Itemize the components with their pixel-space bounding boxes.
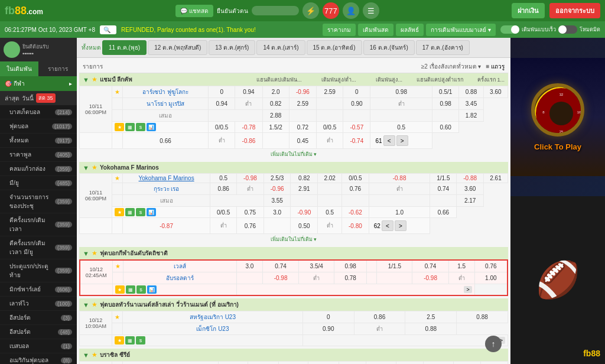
team1-name-1[interactable]: อาร์เซป่า ฟูฆูโลกะ [123, 86, 209, 98]
ou-val-3[interactable]: 0.98 [370, 86, 432, 98]
y2-ou[interactable]: 2.91 [291, 183, 318, 195]
ou-g2[interactable]: 0.72 [289, 122, 316, 133]
y-ou-g2[interactable]: -0.90 [291, 207, 318, 218]
action-screen[interactable]: ▦ [125, 123, 135, 131]
w2-ou3[interactable]: 1.00 [474, 272, 508, 284]
page-next-1[interactable]: > [396, 135, 408, 146]
expand-icon-3[interactable]: ▼ [83, 250, 89, 257]
row2-val[interactable]: 0.82 [262, 98, 289, 110]
chat-icon[interactable]: 💬 แชทสด [175, 5, 213, 17]
header-icon-4[interactable]: ☰ [363, 2, 379, 19]
league-header-2[interactable]: ▼ ★ Yokohama F Marinos [79, 162, 508, 173]
w-hdp4[interactable]: 0.98 [334, 260, 367, 272]
y-ou4[interactable]: 1/1.5 [430, 174, 457, 183]
league-header-4[interactable]: ▼ ★ ฟุตบอลทัวร์นาเมนต์สล้าสเล่า วี่วร้าน… [79, 298, 508, 311]
tab-history[interactable]: รายการ [38, 61, 77, 76]
sidebar-item-baseball[interactable]: เบสบอล(1) [0, 339, 77, 353]
hdp-g6[interactable]: 0.60 [432, 122, 459, 133]
us-hdp4[interactable]: 0.88 [457, 311, 508, 323]
sidebar-item-first-time-2[interactable]: ตีครั้งแรก/เดิมเวลา มี/ยู(359) [0, 236, 77, 259]
row2-ou[interactable]: 2.59 [289, 98, 316, 110]
sidebar-item-mix[interactable]: มิกซ์พาร์เลย์(606) [0, 282, 77, 297]
action-chart-2[interactable]: 📊 [147, 208, 156, 216]
action-star-2[interactable]: ★ [115, 208, 124, 216]
b-ou4[interactable]: 0.5/1 [424, 362, 454, 365]
y-hdp-g4[interactable]: -0.62 [342, 207, 369, 218]
sidebar-item-pool[interactable]: ราคาพูล(405) [0, 148, 77, 162]
y-hdp-g[interactable]: 0/0.5 [210, 207, 237, 218]
star-icon-2[interactable]: ★ [92, 164, 97, 171]
us-hdp3[interactable]: 2.5 [405, 311, 457, 323]
tab-live[interactable]: เดิมพันสด [358, 24, 393, 36]
b-hdp4[interactable]: 0.84 [308, 362, 339, 365]
sidebar-item-me-u[interactable]: มี/ยู(485) [0, 176, 77, 190]
date-tab-13[interactable]: 13 ต.ค.(ศุกร์) [209, 40, 255, 55]
star-cell-5[interactable]: ★ [112, 260, 123, 272]
see-more-2[interactable]: เพิ่มเติมในไม่กี่เดิม ▾ [79, 234, 508, 245]
action-screen-4[interactable]: ▦ [125, 336, 135, 344]
team1-name-4[interactable]: สหรัฐอเมริกา U23 [123, 311, 303, 323]
y-ou1[interactable]: 2.02 [318, 174, 342, 183]
hdp-g5[interactable]: 0.5 [370, 122, 432, 133]
action-chart[interactable]: 📊 [147, 123, 156, 131]
y-hdp2[interactable]: -0.98 [237, 174, 264, 183]
y-hdp1[interactable]: 0.5 [210, 174, 237, 183]
team1-name-5[interactable]: วิล่า โนว่า GO [123, 362, 219, 365]
y-last-ou[interactable]: 0.50 [291, 218, 318, 234]
sidebar-item-goal[interactable]: ประตูแรก/ประตูท้าย(359) [0, 259, 77, 282]
header-icon-3[interactable]: 👤 [343, 2, 359, 19]
verify-icon[interactable]: ยืนยันตัวตน [217, 6, 248, 15]
y-hdp-g3[interactable]: 0.5 [318, 207, 342, 218]
y-hdp3[interactable]: 2.5/3 [264, 174, 291, 183]
date-tab-16[interactable]: 16 ต.ค.(จันทร์) [363, 40, 415, 55]
star-cell-2[interactable] [112, 98, 123, 110]
y2-val[interactable]: -0.96 [264, 183, 291, 195]
b-ou3[interactable]: 0.86 [396, 362, 424, 365]
star-cell-8[interactable] [112, 323, 123, 335]
action-dollar-2[interactable]: $ [136, 208, 145, 216]
ou-val-2[interactable]: 0 [343, 86, 370, 98]
hdp-group[interactable]: 0/0.5 [209, 122, 235, 133]
y-hdp-g2[interactable]: 0.75 [237, 207, 264, 218]
sidebar-item-esport[interactable]: เลาท์ไว(100) [0, 297, 77, 311]
y-last-ou2[interactable]: -0.80 [342, 218, 369, 234]
team2-name-4[interactable]: เม็กซิโก U23 [123, 323, 303, 335]
league-header-1[interactable]: ▼ ★ แชมป์ ลีกคัพ แฮนดิแคปเดิมพัน... เดิม… [79, 73, 508, 86]
w-ou5[interactable]: 0.76 [474, 260, 508, 272]
y-last-val[interactable]: 0.76 [237, 218, 264, 234]
date-tab-17[interactable]: 17 ต.ค.(อังคาร) [416, 40, 470, 55]
ou-g1[interactable]: 1.5/2 [262, 122, 289, 133]
y-ou-g1[interactable]: 3.0 [264, 207, 291, 218]
w2-ou2[interactable]: -0.98 [412, 272, 448, 284]
team2-name-3[interactable]: อับรอลดาร์ [123, 272, 236, 284]
action-dollar-4[interactable]: $ [136, 336, 145, 344]
b-hdp3[interactable]: 1.5/2 [278, 362, 308, 365]
show-all-tab[interactable]: ทั้งหมด [82, 43, 101, 52]
action-star[interactable]: ★ [115, 123, 124, 131]
more-btn-3[interactable]: > [464, 286, 471, 293]
y-ou3[interactable]: -0.88 [369, 174, 430, 183]
page-next-2[interactable]: > [395, 220, 406, 231]
date-tab-15[interactable]: 15 ต.ค.(อาทิตย์) [307, 40, 362, 55]
page-prev-1[interactable]: < [383, 135, 395, 146]
ou-val-6[interactable]: 3.60 [483, 86, 508, 98]
fast-bet-toggle[interactable] [500, 25, 519, 34]
team2-name-1[interactable]: นาโรย่า มูเรปิส [123, 98, 209, 110]
sidebar-section-sports[interactable]: 🎯 กีฬา▸ [0, 76, 77, 91]
y-ou5[interactable]: -0.88 [457, 174, 484, 183]
w-hdp1[interactable]: 3.0 [236, 260, 262, 272]
us-hdp1[interactable]: 0 [302, 311, 354, 323]
b-ou5[interactable]: 0.97 [453, 362, 480, 365]
see-more-1[interactable]: เพิ่มเติมในไม่กี่เดิม ▾ [79, 149, 508, 160]
y-ou2[interactable]: 0/0.5 [342, 174, 369, 183]
sidebar-item-basketball[interactable]: บาสเก็ตบอล(214) [0, 105, 77, 119]
sidebar-item-all[interactable]: ทั้งหมด(917) [0, 134, 77, 148]
mx-val[interactable]: 0.88 [405, 323, 457, 335]
date-tab-12[interactable]: 12 ต.ค.(พฤหัสบดี) [148, 40, 207, 55]
team1-name-3[interactable]: เวลส์ [123, 260, 236, 272]
dark-mode-toggle[interactable] [558, 25, 577, 34]
star-icon-3[interactable]: ★ [92, 249, 97, 257]
b-ou2[interactable]: 0/0.5 [366, 362, 396, 365]
hdp-val-3[interactable]: 2.0 [262, 86, 289, 98]
action-screen-2[interactable]: ▦ [125, 208, 135, 216]
